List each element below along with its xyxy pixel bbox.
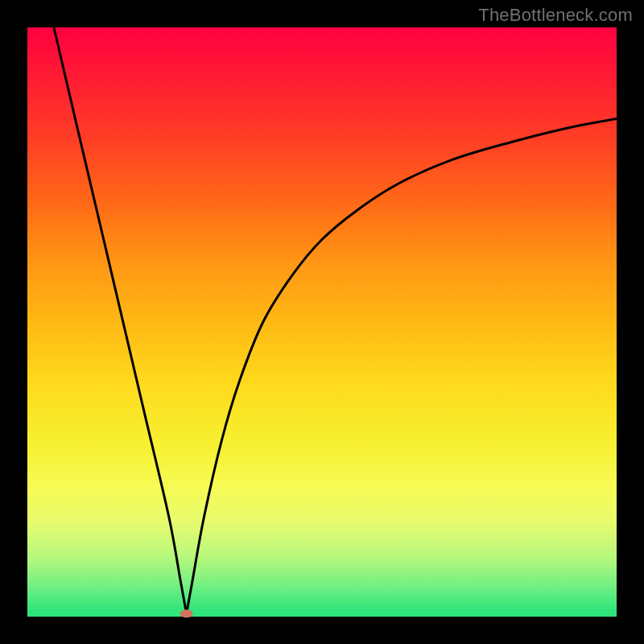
curve-right-branch (187, 118, 617, 613)
chart-frame: TheBottleneck.com (0, 0, 644, 644)
plot-area (27, 27, 617, 617)
curve-left-branch (54, 27, 187, 613)
watermark-text: TheBottleneck.com (478, 5, 633, 26)
bottleneck-curve (27, 27, 617, 617)
minimum-marker-icon (180, 609, 193, 617)
